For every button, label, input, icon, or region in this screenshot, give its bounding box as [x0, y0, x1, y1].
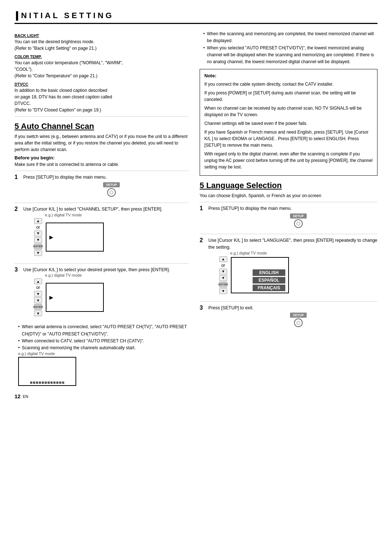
btn-down-1: ▼ — [34, 231, 42, 236]
lang-step2-text: Use [Cursor K/L ] to select "LANGUAGE", … — [208, 237, 377, 251]
btn-down-langc: ▼ — [219, 288, 227, 294]
diagram-lang: ▲ or ▼ ▼ ENTER ▼ ENGLISH ESPAÑOL FRANÇAI… — [219, 256, 377, 294]
bullet-1: When aerial antenna is connected, select… — [18, 323, 189, 337]
step2-row: 2 Use [Cursor K/L ] to select "CHANNEL S… — [15, 206, 189, 260]
lang-step1-num: 1 — [200, 205, 206, 212]
setup-btn-1: SETUP — [103, 182, 120, 187]
step2-num: 2 — [15, 206, 21, 212]
note-line-5: If you have Spanish or French menus and … — [204, 129, 373, 148]
diagram2: ▲ or ▼ ▼ ENTER ▼ ▶ — [34, 278, 189, 316]
btn-up-2: ▲ — [34, 278, 42, 284]
or-label-lang: or — [221, 263, 225, 268]
lang-step1-row: 1 Press [SETUP] to display the main menu… — [200, 205, 377, 230]
section5-title: 5 Auto Channel Scan — [15, 122, 189, 131]
lang-step3-row: 3 Press [SETUP] to exit. SETUP — [200, 305, 377, 330]
btn-down-lang: ▼ — [219, 269, 227, 274]
note-line-6: With regard only to the digital channel,… — [204, 151, 373, 170]
remote-btns-lang: ▲ or ▼ ▼ ENTER ▼ — [219, 256, 227, 294]
step1-row: 1 Press [SETUP] to display the main menu… — [15, 174, 189, 199]
btn-down-2b: ▼ — [34, 297, 42, 303]
page-title: NITIAL SETTING — [15, 11, 377, 24]
bullet-list-right-top: When the scanning and memorizing are com… — [200, 30, 377, 65]
dtvcc-text: In addition to the basic closed caption … — [15, 87, 189, 113]
right-bullet-1: When the scanning and memorizing are com… — [203, 30, 377, 44]
setup-circle-2 — [294, 219, 303, 228]
back-light-label: BACK LIGHT — [15, 33, 189, 38]
step1-num: 1 — [15, 174, 21, 180]
diagram3 — [18, 357, 189, 386]
eg1-label: e.g.) digital TV mode — [45, 213, 189, 217]
btn-enter-1: ENTER — [34, 244, 42, 249]
scrollbar — [30, 382, 64, 384]
right-column: When the scanning and memorizing are com… — [200, 30, 377, 386]
screen2-arrow: ▶ — [49, 294, 53, 300]
screen3 — [18, 357, 76, 386]
note-line-3: When no channel can be received by auto … — [204, 105, 373, 118]
back-light-text: You can set the desired brightness mode.… — [15, 38, 189, 52]
btn-down-2c: ▼ — [34, 310, 42, 316]
before-begin-label: Before you begin: — [15, 155, 189, 160]
setup-icon-2: SETUP — [219, 213, 377, 228]
setup-btn-3: SETUP — [290, 313, 307, 318]
screen1-arrow: ▶ — [49, 234, 53, 240]
before-begin-text: Make sure if the unit is connected to an… — [15, 161, 189, 168]
page-footer: 12 EN — [15, 393, 377, 399]
color-temp-text: You can adjust color temperature ("NORMA… — [15, 60, 189, 79]
eg3-label: e.g.) digital TV mode — [18, 351, 189, 356]
screen-lang: ENGLISH ESPAÑOL FRANÇAIS — [231, 257, 289, 293]
step2-text: Use [Cursor K/L ] to select "CHANNEL SET… — [23, 206, 189, 213]
lang-btn-spanish: ESPAÑOL — [253, 277, 285, 284]
btn-up-lang: ▲ — [219, 256, 227, 262]
right-bullet-2: When you selected "AUTO PRESET CH(TV/DTV… — [203, 45, 377, 66]
remote-btns-2: ▲ or ▼ ▼ ENTER ▼ — [34, 278, 42, 316]
btn-down-langb: ▼ — [219, 275, 227, 281]
setup-circle-inner-1 — [110, 191, 113, 194]
diagram1: ▲ or ▼ ▼ ENTER ▼ ▶ — [34, 218, 189, 256]
btn-down-1b: ▼ — [34, 237, 42, 243]
bullet-3: Scanning and memorizing the channels aut… — [18, 345, 189, 351]
note-title: Note: — [204, 72, 373, 80]
section5lang-intro: You can choose English, Spanish, or Fren… — [200, 192, 377, 199]
bullet-list-left: When aerial antenna is connected, select… — [15, 323, 189, 351]
section5lang-title: 5 Language Selection — [200, 181, 377, 190]
note-line-4: Channel settings will be saved even if t… — [204, 120, 373, 127]
section5-intro: If you switch wires (e.g., between anten… — [15, 133, 189, 153]
note-line-2: If you press [POWER] or [SETUP] during a… — [204, 90, 373, 103]
note-box: Note: If you connect the cable system di… — [200, 69, 377, 176]
color-temp-label: COLOR TEMP. — [15, 54, 189, 59]
bullet-2: When connected to CATV, select "AUTO PRE… — [18, 338, 189, 345]
setup-circle-3 — [294, 318, 303, 327]
lang-step1-text: Press [SETUP] to display the main menu. — [208, 205, 377, 212]
remote-btns-1: ▲ or ▼ ▼ ENTER ▼ — [34, 218, 42, 256]
lang-btn-french: FRANÇAIS — [253, 285, 285, 291]
setup-icon-3: SETUP — [219, 313, 377, 327]
btn-down-1c: ▼ — [34, 250, 42, 256]
setup-btn-2: SETUP — [290, 213, 307, 219]
eg2-label: e.g.) digital TV mode — [45, 273, 189, 277]
page-lang: EN — [23, 394, 28, 399]
lang-step3-num: 3 — [200, 305, 206, 311]
setup-circle-inner-2 — [297, 222, 300, 225]
or-label-1: or — [36, 225, 40, 230]
setup-circle-1 — [107, 188, 116, 197]
step3-row: 3 Use [Cursor K/L ] to select your desir… — [15, 266, 189, 320]
dtvcc-label: DTVCC — [15, 82, 189, 86]
lang-btn-english: ENGLISH — [253, 269, 285, 276]
step3-text: Use [Cursor K/L ] to select your desired… — [23, 266, 189, 273]
step3-num: 3 — [15, 266, 21, 273]
setup-circle-inner-3 — [297, 321, 300, 325]
btn-down-2: ▼ — [34, 291, 42, 297]
or-label-2: or — [36, 285, 40, 290]
setup-icon-1: SETUP — [34, 182, 189, 197]
btn-up-1: ▲ — [34, 218, 42, 224]
lang-step2-row: 2 Use [Cursor K/L ] to select "LANGUAGE"… — [200, 237, 377, 298]
btn-enter-2: ENTER — [34, 304, 42, 310]
step1-text: Press [SETUP] to display the main menu. — [23, 174, 189, 181]
left-column: BACK LIGHT You can set the desired brigh… — [15, 30, 189, 386]
lang-step2-num: 2 — [200, 237, 206, 244]
lang-step3-text: Press [SETUP] to exit. — [208, 305, 377, 311]
note-line-1: If you connect the cable system directly… — [204, 81, 373, 87]
screen2: ▶ — [46, 283, 104, 312]
btn-enter-lang: ENTER — [219, 282, 227, 288]
eg-lang-label: e.g.) digital TV mode — [230, 251, 377, 255]
